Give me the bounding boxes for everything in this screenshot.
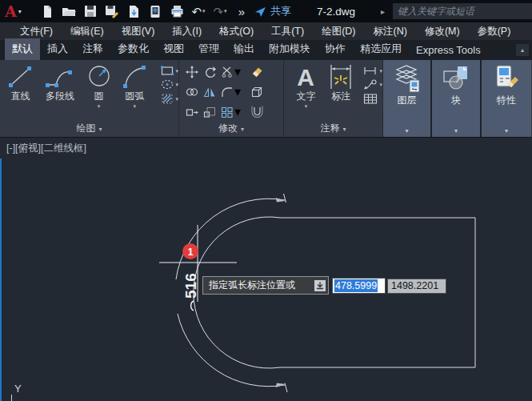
tab-insert[interactable]: 插入 bbox=[40, 38, 75, 60]
mirror-icon bbox=[203, 86, 216, 98]
mobile-upload-icon[interactable] bbox=[148, 4, 162, 18]
ribbon-collapse-icon[interactable]: ▴ bbox=[516, 44, 529, 56]
layers-button[interactable]: 图层 ▾ bbox=[383, 60, 430, 137]
chevron-down-icon: ▾ bbox=[379, 82, 382, 88]
menu-file[interactable]: 文件(F) bbox=[11, 25, 62, 38]
plot-icon[interactable] bbox=[170, 4, 184, 18]
leader-button[interactable]: ▾ bbox=[363, 79, 382, 90]
chevron-down-icon: ▾ bbox=[133, 103, 136, 110]
properties-icon bbox=[490, 63, 522, 94]
drawing-geometry: 516 1 Y bbox=[0, 138, 532, 401]
chevron-down-icon: ▾ bbox=[98, 103, 101, 110]
offset-button[interactable] bbox=[250, 106, 264, 118]
linear-dimension-button[interactable]: ▾ bbox=[363, 66, 382, 76]
search-input[interactable] bbox=[393, 3, 532, 19]
mirror-button[interactable] bbox=[203, 86, 216, 98]
menu-insert[interactable]: 插入(I) bbox=[163, 25, 210, 38]
explode-button[interactable] bbox=[250, 86, 264, 98]
rotate-button[interactable] bbox=[203, 66, 216, 78]
menu-parametric[interactable]: 参数(P) bbox=[469, 25, 520, 38]
table-button[interactable] bbox=[363, 93, 382, 105]
circle-button[interactable]: 圆 ▾ bbox=[84, 62, 114, 110]
menu-view[interactable]: 视图(V) bbox=[113, 25, 164, 38]
hatch-button[interactable]: ▾ bbox=[161, 93, 179, 105]
panel-properties: 特性 ▾ bbox=[482, 60, 531, 137]
viewport-controls[interactable]: [-][俯视][二维线框] bbox=[6, 142, 86, 155]
save-as-icon[interactable] bbox=[105, 4, 119, 18]
panel-draw-label[interactable]: 绘图▾ bbox=[0, 122, 178, 135]
dimension-text-group: 516 bbox=[182, 273, 199, 311]
export-file-icon[interactable] bbox=[126, 4, 141, 18]
dimension-button[interactable]: 标注 bbox=[325, 62, 358, 110]
stretch-button[interactable] bbox=[186, 106, 198, 118]
text-button[interactable]: A 文字 ▾ bbox=[292, 62, 320, 110]
tab-addins[interactable]: 附加模块 bbox=[262, 38, 318, 60]
dimension-arc-lower bbox=[178, 314, 285, 387]
app-menu-button[interactable]: A ▾ bbox=[5, 0, 22, 22]
menu-tools[interactable]: 工具(T) bbox=[262, 25, 313, 38]
menu-draw[interactable]: 绘图(D) bbox=[313, 25, 364, 38]
tab-home[interactable]: 默认 bbox=[5, 38, 40, 60]
share-button[interactable]: 共享 bbox=[254, 0, 291, 22]
document-title: 7-2.dwg bbox=[317, 0, 355, 22]
panel-modify: ▾ ▾ bbox=[179, 60, 284, 137]
chevron-down-icon: ▾ bbox=[305, 103, 308, 110]
hatch-icon bbox=[161, 93, 174, 105]
tab-manage[interactable]: 管理 bbox=[191, 38, 226, 60]
tab-collaborate[interactable]: 协作 bbox=[318, 38, 353, 60]
qat-more-icon[interactable]: » bbox=[234, 4, 249, 18]
step-marker-number: 1 bbox=[188, 247, 194, 258]
panel-modify-label[interactable]: 修改▾ bbox=[179, 122, 283, 135]
text-icon: A bbox=[294, 62, 318, 91]
arc-button[interactable]: 圆弧 ▾ bbox=[117, 62, 153, 110]
fillet-button[interactable]: ▾ bbox=[221, 84, 241, 99]
ribbon: 直线 多段线 圆 bbox=[0, 60, 532, 138]
redo-icon[interactable]: ↷▾ bbox=[213, 4, 227, 18]
arc-length-symbol bbox=[191, 301, 194, 311]
move-button[interactable] bbox=[186, 66, 198, 78]
panel-annotate-label[interactable]: 注释▾ bbox=[284, 122, 382, 135]
rectangle-button[interactable]: ▾ bbox=[161, 66, 179, 76]
line-button[interactable]: 直线 bbox=[5, 62, 36, 110]
prompt-options-button[interactable] bbox=[314, 280, 326, 291]
chevron-down-icon: ▾ bbox=[18, 8, 22, 15]
save-icon[interactable] bbox=[83, 4, 98, 18]
undo-icon[interactable]: ↶▾ bbox=[191, 4, 206, 18]
offset-icon bbox=[250, 106, 264, 118]
tab-annotate[interactable]: 注释 bbox=[75, 38, 110, 60]
menu-modify[interactable]: 修改(M) bbox=[416, 25, 469, 38]
dynamic-input-value-selected: 478.5999 bbox=[334, 279, 378, 292]
block-button[interactable]: 块 ▾ bbox=[432, 60, 480, 137]
tab-featured-apps[interactable]: 精选应用 bbox=[353, 38, 409, 60]
new-file-icon[interactable] bbox=[40, 4, 54, 18]
open-folder-icon[interactable] bbox=[62, 4, 76, 18]
dynamic-input-secondary[interactable]: 1498.2201 bbox=[387, 279, 446, 294]
fillet-icon bbox=[221, 86, 234, 98]
dynamic-input-primary[interactable]: 478.5999 bbox=[332, 278, 386, 294]
erase-button[interactable] bbox=[250, 66, 264, 78]
ucs-y-axis-label: Y bbox=[14, 383, 22, 395]
ellipse-button[interactable]: ▾ bbox=[161, 79, 179, 90]
tab-output[interactable]: 输出 bbox=[226, 38, 262, 60]
menu-dimension[interactable]: 标注(N) bbox=[365, 25, 416, 38]
scale-icon bbox=[203, 106, 216, 118]
down-arrow-tray-icon bbox=[316, 282, 324, 290]
chevron-down-icon: ▾ bbox=[234, 104, 241, 119]
block-icon bbox=[438, 63, 474, 94]
drawing-area[interactable]: [-][俯视][二维线框] 516 bbox=[0, 138, 532, 401]
menu-edit[interactable]: 编辑(E) bbox=[62, 25, 113, 38]
autocad-logo-icon: A bbox=[5, 2, 17, 20]
tab-express-tools[interactable]: Express Tools bbox=[409, 41, 488, 60]
polyline-button[interactable]: 多段线 bbox=[39, 62, 81, 110]
copy-button[interactable] bbox=[186, 86, 198, 98]
properties-button[interactable]: 特性 ▾ bbox=[482, 60, 531, 137]
chevron-down-icon: ▾ bbox=[241, 126, 244, 133]
trim-button[interactable]: ▾ bbox=[221, 64, 241, 79]
dimension-icon bbox=[326, 62, 355, 91]
tab-parametric[interactable]: 参数化 bbox=[110, 38, 156, 60]
dimension-arc-upper bbox=[176, 198, 285, 279]
menu-format[interactable]: 格式(O) bbox=[210, 25, 262, 38]
tab-view[interactable]: 视图 bbox=[156, 38, 191, 60]
scale-button[interactable] bbox=[203, 106, 216, 118]
array-button[interactable]: ▾ bbox=[221, 104, 241, 119]
